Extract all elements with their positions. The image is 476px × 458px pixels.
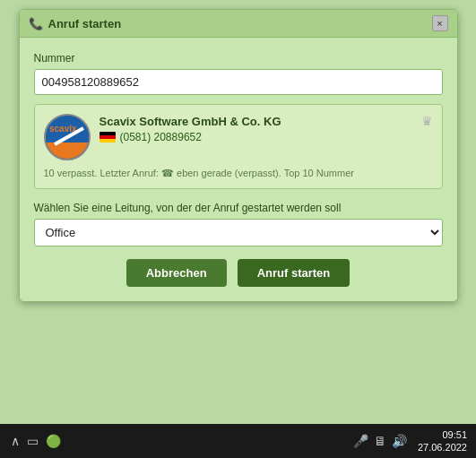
cancel-button[interactable]: Abbrechen [126,259,227,287]
dialog: 📞 Anruf starten × Nummer [19,9,458,302]
avatar: scavix [44,114,91,160]
svg-marker-1 [46,143,91,160]
contact-meta: 10 verpasst. Letzter Anruf: ☎ eben gerad… [44,168,433,179]
green-circle-icon: 🟢 [46,434,61,448]
dialog-content: Nummer scavix [20,38,457,301]
microphone-icon: 🎤 [353,434,368,448]
number-input[interactable] [34,69,443,95]
start-call-button[interactable]: Anruf starten [238,259,351,287]
number-label: Nummer [34,52,443,65]
contact-name: Scavix Software GmbH & Co. KG [100,115,281,128]
crown-icon: ♛ [421,114,433,128]
avatar-logo: scavix [46,116,91,160]
dialog-title: Anruf starten [48,17,122,30]
dialog-wrapper: 📞 Anruf starten × Nummer [0,0,476,424]
taskbar: ∧ ▭ 🟢 🎤 🖥 🔊 09:51 27.06.2022 [0,424,476,458]
flag-germany [100,132,116,143]
taskbar-time: 09:51 27.06.2022 [418,428,467,454]
line-label: Wählen Sie eine Leitung, von der der Anr… [34,202,443,214]
dialog-titlebar: 📞 Anruf starten × [20,10,457,38]
contact-phone: (0581) 20889652 [120,131,202,143]
button-row: Abbrechen Anruf starten [34,259,443,287]
phone-icon: 📞 [29,17,43,30]
contact-card: scavix Scavix Software GmbH & Co. KG ♛ [34,104,443,189]
window-icon: ▭ [27,434,39,448]
speaker-icon: 🔊 [392,434,407,448]
monitor-icon: 🖥 [374,434,386,448]
line-select[interactable]: Office [34,219,443,246]
close-button[interactable]: × [432,15,448,31]
chevron-up-icon: ∧ [11,434,20,448]
